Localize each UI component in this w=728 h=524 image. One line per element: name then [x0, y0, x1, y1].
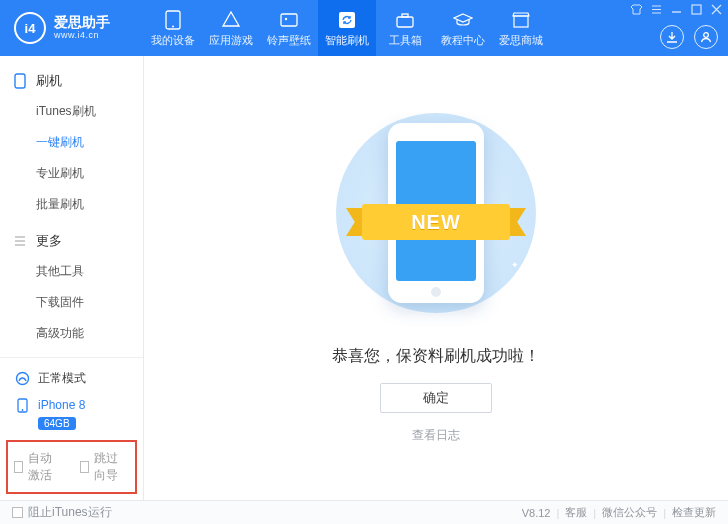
svg-rect-2 [281, 14, 297, 26]
phone-icon [14, 73, 28, 89]
svg-rect-6 [402, 14, 408, 17]
sync-icon [338, 9, 356, 31]
device-mode-row[interactable]: 正常模式 [0, 364, 143, 393]
logo-subtitle: www.i4.cn [54, 31, 110, 41]
sidebar-item-advanced[interactable]: 高级功能 [0, 318, 143, 349]
sidebar: 刷机 iTunes刷机 一键刷机 专业刷机 批量刷机 更多 其他工具 下载固件 … [0, 56, 144, 500]
download-button[interactable] [660, 25, 684, 49]
nav-ringtone[interactable]: 铃声壁纸 [260, 0, 318, 56]
nav-label: 应用游戏 [209, 33, 253, 48]
ribbon-label: NEW [362, 204, 510, 240]
success-message: 恭喜您，保资料刷机成功啦！ [332, 346, 540, 367]
menu-icon[interactable] [650, 3, 662, 15]
device-mode-label: 正常模式 [38, 370, 86, 387]
nav-label: 我的设备 [151, 33, 195, 48]
post-flash-options: 自动激活 跳过向导 [6, 440, 137, 494]
svg-point-3 [285, 17, 287, 19]
content-panel: ✦ ✦ ✦ ✦ NEW 恭喜您，保资料刷机成功啦！ 确定 查看日志 [144, 56, 728, 500]
wechat-link[interactable]: 微信公众号 [602, 505, 657, 520]
phone-small-icon [14, 397, 30, 413]
store-icon [512, 9, 530, 31]
app-header: i4 爱思助手 www.i4.cn 我的设备 应用游戏 铃声壁纸 [0, 0, 728, 56]
new-ribbon: NEW [346, 194, 526, 250]
view-log-link[interactable]: 查看日志 [412, 427, 460, 444]
svg-rect-5 [397, 17, 413, 27]
sidebar-item-pro-flash[interactable]: 专业刷机 [0, 158, 143, 189]
nav-store[interactable]: 爱思商城 [492, 0, 550, 56]
device-name: iPhone 8 [38, 398, 85, 412]
success-illustration: ✦ ✦ ✦ ✦ NEW [323, 100, 549, 326]
auto-activate-label: 自动激活 [28, 450, 63, 484]
checkbox-icon [12, 507, 23, 518]
svg-rect-7 [514, 16, 528, 27]
minimize-icon[interactable] [670, 3, 682, 15]
nav-tutorial[interactable]: 教程中心 [434, 0, 492, 56]
top-nav: 我的设备 应用游戏 铃声壁纸 智能刷机 工具箱 [144, 0, 550, 56]
maximize-icon[interactable] [690, 3, 702, 15]
device-storage-badge: 64GB [38, 417, 76, 430]
nav-apps[interactable]: 应用游戏 [202, 0, 260, 56]
nav-label: 工具箱 [389, 33, 422, 48]
nav-my-device[interactable]: 我的设备 [144, 0, 202, 56]
mode-icon [14, 371, 30, 387]
sidebar-group-more[interactable]: 更多 [0, 226, 143, 256]
logo-title: 爱思助手 [54, 15, 110, 30]
support-link[interactable]: 客服 [565, 505, 587, 520]
status-bar: 阻止iTunes运行 V8.12 | 客服 | 微信公众号 | 检查更新 [0, 500, 728, 524]
skip-wizard-checkbox[interactable]: 跳过向导 [80, 450, 130, 484]
svg-point-1 [172, 25, 174, 27]
auto-activate-checkbox[interactable]: 自动激活 [14, 450, 64, 484]
sidebar-item-itunes-flash[interactable]: iTunes刷机 [0, 96, 143, 127]
version-label: V8.12 [522, 507, 551, 519]
sidebar-group-label: 刷机 [36, 72, 62, 90]
sidebar-item-download-fw[interactable]: 下载固件 [0, 287, 143, 318]
header-right [660, 25, 718, 49]
nav-flash[interactable]: 智能刷机 [318, 0, 376, 56]
svg-rect-10 [15, 74, 25, 88]
close-icon[interactable] [710, 3, 722, 15]
media-icon [280, 9, 298, 31]
block-itunes-checkbox[interactable]: 阻止iTunes运行 [12, 504, 112, 521]
nav-label: 教程中心 [441, 33, 485, 48]
apps-icon [222, 9, 240, 31]
sidebar-group-flash[interactable]: 刷机 [0, 66, 143, 96]
nav-label: 铃声壁纸 [267, 33, 311, 48]
skip-wizard-label: 跳过向导 [94, 450, 129, 484]
toolbox-icon [396, 9, 414, 31]
main-area: 刷机 iTunes刷机 一键刷机 专业刷机 批量刷机 更多 其他工具 下载固件 … [0, 56, 728, 500]
sidebar-item-oneclick-flash[interactable]: 一键刷机 [0, 127, 143, 158]
sidebar-item-other-tools[interactable]: 其他工具 [0, 256, 143, 287]
skin-icon[interactable] [630, 3, 642, 15]
hat-icon [453, 9, 473, 31]
confirm-button[interactable]: 确定 [380, 383, 492, 413]
check-update-link[interactable]: 检查更新 [672, 505, 716, 520]
nav-toolbox[interactable]: 工具箱 [376, 0, 434, 56]
svg-rect-4 [339, 12, 355, 28]
nav-label: 智能刷机 [325, 33, 369, 48]
device-info-row[interactable]: iPhone 8 64GB [0, 393, 143, 438]
checkbox-icon [14, 461, 23, 473]
checkbox-icon [80, 461, 89, 473]
device-icon [165, 9, 181, 31]
sidebar-item-batch-flash[interactable]: 批量刷机 [0, 189, 143, 220]
nav-label: 爱思商城 [499, 33, 543, 48]
sidebar-group-label: 更多 [36, 232, 62, 250]
block-itunes-label: 阻止iTunes运行 [28, 504, 112, 521]
app-logo: i4 爱思助手 www.i4.cn [0, 12, 144, 44]
svg-point-9 [704, 33, 709, 38]
window-controls [630, 3, 722, 15]
logo-mark: i4 [14, 12, 46, 44]
svg-rect-8 [692, 5, 701, 14]
menu-lines-icon [14, 235, 28, 247]
account-button[interactable] [694, 25, 718, 49]
svg-point-13 [21, 409, 23, 411]
